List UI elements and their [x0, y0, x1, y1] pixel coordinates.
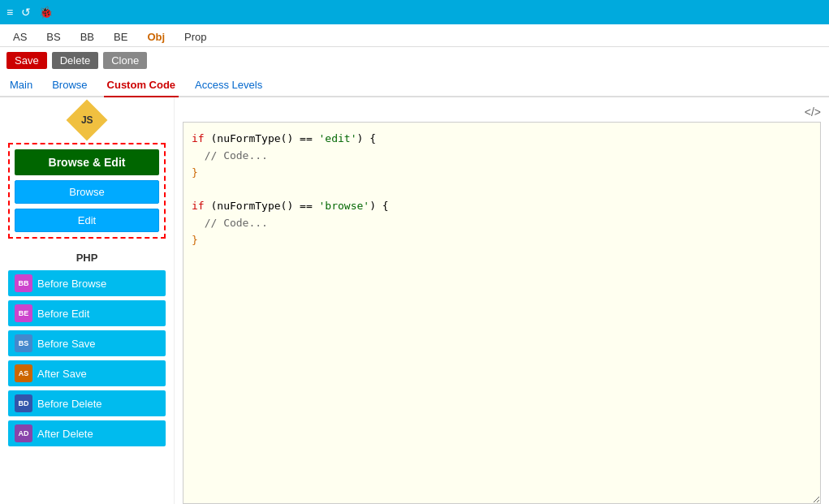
- code-line-2: // Code...: [192, 148, 812, 165]
- before-browse-button[interactable]: BB Before Browse: [8, 270, 166, 296]
- tab-row: AS BS BB BE Obj Prop: [0, 24, 829, 47]
- tab-browse[interactable]: Browse: [49, 74, 90, 96]
- before-edit-label: Before Edit: [37, 308, 89, 320]
- tab-bb[interactable]: BB: [74, 28, 101, 46]
- bs-badge: BS: [15, 334, 32, 352]
- code-line-5: if (nuFormType() == 'browse') {: [192, 198, 812, 215]
- tab-prop[interactable]: Prop: [178, 28, 213, 46]
- be-badge: BE: [15, 304, 32, 322]
- tab-access-levels[interactable]: Access Levels: [192, 74, 266, 96]
- after-save-label: After Save: [37, 368, 87, 380]
- tab-as[interactable]: AS: [6, 28, 33, 46]
- tab-be[interactable]: BE: [107, 28, 134, 46]
- tab-bs[interactable]: BS: [40, 28, 67, 46]
- before-save-button[interactable]: BS Before Save: [8, 330, 166, 356]
- top-bar: ≡ ↺ 🐞: [0, 0, 829, 24]
- bug-icon[interactable]: 🐞: [39, 6, 53, 19]
- tab-custom-code[interactable]: Custom Code: [104, 74, 179, 97]
- code-editor[interactable]: if (nuFormType() == 'edit') { // Code...…: [183, 122, 821, 504]
- before-browse-label: Before Browse: [37, 278, 106, 290]
- before-delete-button[interactable]: BD Before Delete: [8, 390, 166, 416]
- before-edit-button[interactable]: BE Before Edit: [8, 300, 166, 326]
- code-line-4: [192, 181, 812, 198]
- save-button[interactable]: Save: [6, 52, 47, 69]
- browse-edit-box: Browse & Edit Browse Edit: [8, 143, 166, 239]
- nav-tabs: Main Browse Custom Code Access Levels: [0, 74, 829, 97]
- refresh-icon[interactable]: ↺: [21, 6, 31, 19]
- bb-badge: BB: [15, 274, 32, 292]
- php-section-label: PHP: [8, 252, 166, 264]
- after-delete-button[interactable]: AD After Delete: [8, 420, 166, 446]
- bd-badge: BD: [15, 394, 32, 412]
- left-panel: JS Browse & Edit Browse Edit PHP BB Befo…: [0, 97, 175, 504]
- clone-button[interactable]: Clone: [103, 52, 147, 69]
- main-content: JS Browse & Edit Browse Edit PHP BB Befo…: [0, 97, 829, 504]
- code-line-3: }: [192, 165, 812, 182]
- js-icon-label: JS: [81, 114, 93, 126]
- tab-main[interactable]: Main: [6, 74, 36, 96]
- delete-button[interactable]: Delete: [52, 52, 99, 69]
- code-toggle-icon[interactable]: </>: [805, 106, 821, 118]
- after-save-button[interactable]: AS After Save: [8, 360, 166, 386]
- browse-edit-button[interactable]: Browse & Edit: [15, 149, 159, 175]
- js-icon: JS: [67, 100, 108, 141]
- code-toolbar: </>: [183, 106, 821, 118]
- code-line-7: }: [192, 232, 812, 249]
- before-delete-label: Before Delete: [37, 398, 102, 410]
- after-delete-label: After Delete: [37, 428, 93, 440]
- toolbar: Save Delete Clone: [0, 47, 829, 74]
- as-badge: AS: [15, 364, 32, 382]
- edit-button[interactable]: Edit: [15, 209, 159, 232]
- code-line-6: // Code...: [192, 215, 812, 232]
- before-save-label: Before Save: [37, 338, 96, 350]
- code-line-1: if (nuFormType() == 'edit') {: [192, 131, 812, 148]
- ad-badge: AD: [15, 424, 32, 442]
- browse-button[interactable]: Browse: [15, 180, 159, 204]
- menu-icon[interactable]: ≡: [6, 6, 13, 19]
- right-panel: </> if (nuFormType() == 'edit') { // Cod…: [175, 97, 829, 504]
- tab-obj[interactable]: Obj: [140, 28, 171, 46]
